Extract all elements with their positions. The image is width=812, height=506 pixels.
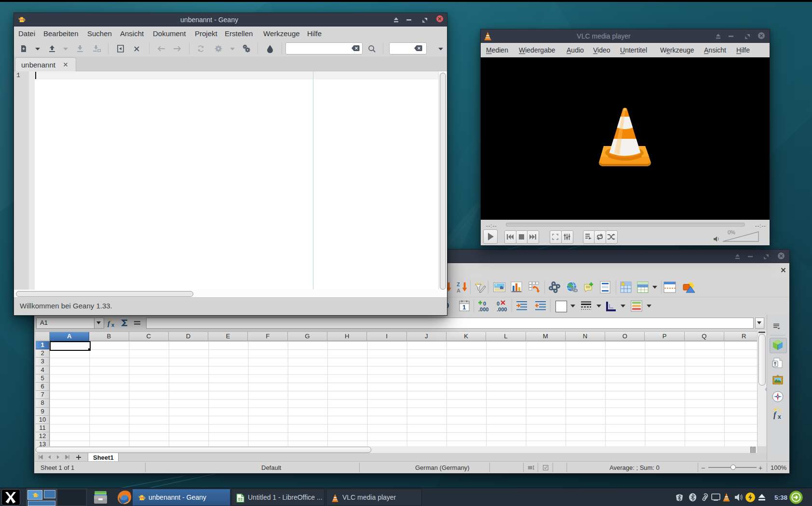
svg-text:1: 1 [462, 304, 466, 311]
svg-text:x: x [778, 413, 781, 420]
svg-text:x: x [111, 322, 115, 327]
svg-text:0: 0 [497, 301, 500, 306]
svg-text:0: 0 [483, 301, 486, 306]
svg-text:.000: .000 [497, 306, 507, 312]
svg-text:A: A [457, 288, 460, 293]
svg-text:f: f [773, 410, 777, 419]
svg-text:.000: .000 [478, 306, 488, 312]
svg-text:f: f [108, 320, 111, 327]
svg-text:Z: Z [457, 281, 460, 287]
